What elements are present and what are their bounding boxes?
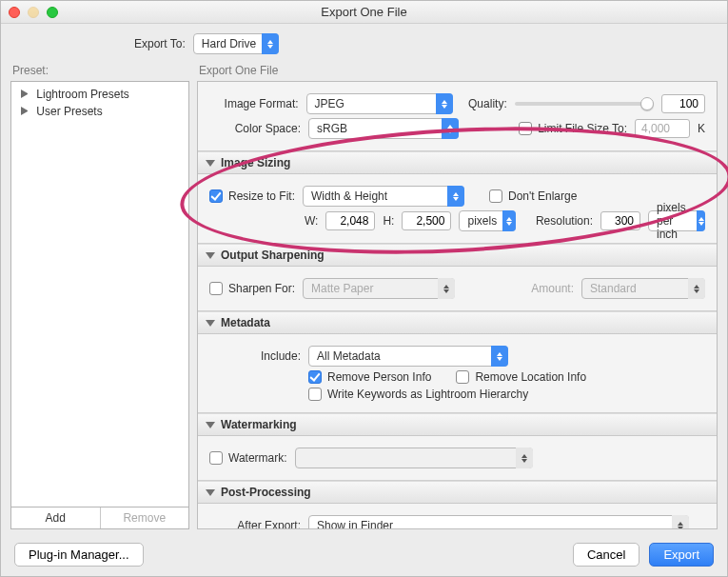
file-settings-section: Image Format: JPEG Quality: Color Space: xyxy=(198,82,717,151)
h-label: H: xyxy=(383,214,394,228)
limit-filesize-checkbox[interactable]: Limit File Size To: xyxy=(519,122,627,135)
slider-knob[interactable] xyxy=(640,97,654,110)
add-preset-button[interactable]: Add xyxy=(11,507,100,528)
plugin-manager-button[interactable]: Plug-in Manager... xyxy=(14,543,144,567)
keywords-hierarchy-checkbox[interactable]: Write Keywords as Lightroom Hierarchy xyxy=(308,388,528,401)
disclosure-down-icon xyxy=(206,320,215,327)
watermarking-header[interactable]: Watermarking xyxy=(198,413,717,436)
image-sizing-header[interactable]: Image Sizing xyxy=(198,151,717,174)
chevron-updown-icon xyxy=(442,118,459,139)
disclosure-down-icon xyxy=(206,160,215,167)
window-title: Export One File xyxy=(1,5,727,19)
resize-mode-select[interactable]: Width & Height xyxy=(303,186,464,207)
dont-enlarge-checkbox[interactable]: Don't Enlarge xyxy=(489,189,577,203)
export-to-label: Export To: xyxy=(134,37,186,50)
cancel-button[interactable]: Cancel xyxy=(573,543,639,567)
size-unit-select[interactable]: pixels xyxy=(459,210,516,231)
resolution-label: Resolution: xyxy=(536,214,593,228)
after-export-select[interactable]: Show in Finder xyxy=(308,515,689,529)
right-pane-label: Export One File xyxy=(197,62,718,81)
preset-group-user[interactable]: User Presets xyxy=(11,103,188,120)
disclosure-triangle-icon[interactable] xyxy=(21,90,30,98)
height-input[interactable] xyxy=(402,211,451,230)
export-to-value: Hard Drive xyxy=(202,37,256,50)
color-space-label: Color Space: xyxy=(209,122,301,135)
disclosure-down-icon xyxy=(206,422,215,428)
chevron-updown-icon xyxy=(697,210,705,231)
export-dialog: Export One File Export To: Hard Drive Pr… xyxy=(0,0,728,577)
post-processing-header[interactable]: Post-Processing xyxy=(198,481,717,504)
titlebar: Export One File xyxy=(1,1,727,24)
amount-select: Standard xyxy=(581,278,705,299)
watermarking-section: Watermark: xyxy=(198,436,717,481)
output-sharpening-header[interactable]: Output Sharpening xyxy=(198,244,717,267)
disclosure-down-icon xyxy=(206,489,215,496)
post-processing-section: After Export: Show in Finder Application… xyxy=(198,504,717,529)
sharpen-for-checkbox[interactable]: Sharpen For: xyxy=(209,282,295,295)
width-input[interactable] xyxy=(325,211,375,230)
resolution-unit-select[interactable]: pixels per inch xyxy=(648,210,705,231)
metadata-section: Include: All Metadata Remove Person Info xyxy=(198,334,717,413)
export-button[interactable]: Export xyxy=(649,543,714,567)
sharpen-for-select: Matte Paper xyxy=(303,278,455,299)
watermark-checkbox[interactable]: Watermark: xyxy=(209,451,287,465)
preset-list[interactable]: Lightroom Presets User Presets xyxy=(10,81,189,507)
w-label: W: xyxy=(305,214,318,228)
resize-to-fit-checkbox[interactable]: Resize to Fit: xyxy=(209,189,295,203)
chevron-updown-icon xyxy=(491,346,508,367)
chevron-updown-icon xyxy=(436,93,453,114)
disclosure-triangle-icon[interactable] xyxy=(21,107,30,115)
preset-group-lightroom[interactable]: Lightroom Presets xyxy=(11,86,188,103)
watermark-select xyxy=(295,448,533,468)
include-select[interactable]: All Metadata xyxy=(308,346,508,367)
after-export-label: After Export: xyxy=(209,519,301,529)
remove-preset-button: Remove xyxy=(100,507,189,528)
resolution-input[interactable] xyxy=(600,211,640,230)
image-sizing-section: Resize to Fit: Width & Height Don't Enla… xyxy=(198,174,717,244)
metadata-header[interactable]: Metadata xyxy=(198,311,717,334)
export-to-select[interactable]: Hard Drive xyxy=(193,33,279,54)
chevron-updown-icon xyxy=(262,33,279,54)
quality-input[interactable] xyxy=(661,94,705,113)
limit-filesize-input[interactable] xyxy=(635,119,690,138)
color-space-select[interactable]: sRGB xyxy=(308,118,459,139)
disclosure-down-icon xyxy=(206,252,215,259)
chevron-updown-icon xyxy=(502,210,516,231)
quality-slider[interactable] xyxy=(515,102,654,106)
output-sharpening-section: Sharpen For: Matte Paper Amount: Standar… xyxy=(198,267,717,311)
image-format-label: Image Format: xyxy=(209,97,299,110)
limit-unit: K xyxy=(698,122,705,135)
remove-location-checkbox[interactable]: Remove Location Info xyxy=(456,370,586,384)
amount-label: Amount: xyxy=(531,282,574,295)
chevron-updown-icon xyxy=(447,186,464,207)
preset-label: Preset: xyxy=(10,62,189,81)
image-format-select[interactable]: JPEG xyxy=(306,93,453,114)
include-label: Include: xyxy=(209,349,301,363)
quality-label: Quality: xyxy=(468,97,507,110)
remove-person-checkbox[interactable]: Remove Person Info xyxy=(308,370,431,384)
